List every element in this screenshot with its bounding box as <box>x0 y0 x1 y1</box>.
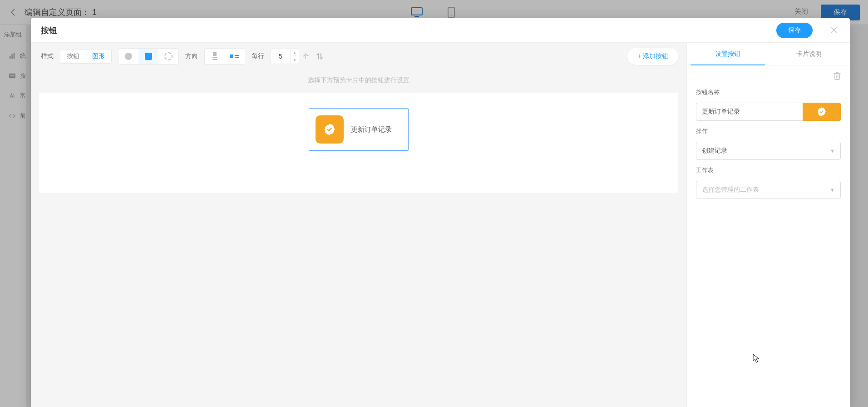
chevron-up-icon[interactable]: ▲ <box>291 49 299 56</box>
per-row-unit: 个 <box>303 52 309 60</box>
action-select-value: 创建记录 <box>702 147 727 155</box>
settings-panel: 设置按钮 卡片说明 按钮名称 <box>686 43 850 407</box>
direction-label: 方向 <box>185 52 198 60</box>
action-select[interactable]: 创建记录 ▼ <box>696 142 841 160</box>
direction-segmented <box>204 48 245 65</box>
svg-rect-13 <box>235 55 239 56</box>
preview-button-label: 更新订单记录 <box>351 125 392 134</box>
style-option-button[interactable]: 按钮 <box>60 50 86 63</box>
modal-save-button[interactable]: 保存 <box>776 23 813 38</box>
tab-settings[interactable]: 设置按钮 <box>687 43 769 65</box>
svg-rect-14 <box>235 57 239 58</box>
preview-button-card[interactable]: 更新订单记录 <box>309 108 409 151</box>
chevron-down-icon: ▼ <box>830 187 835 193</box>
field-label-action: 操作 <box>696 127 841 135</box>
circle-icon <box>125 53 132 60</box>
chevron-down-icon: ▼ <box>830 148 835 154</box>
direction-horizontal[interactable] <box>225 49 245 64</box>
settings-tabs: 设置按钮 卡片说明 <box>687 43 850 65</box>
add-button[interactable]: + 添加按钮 <box>627 48 678 65</box>
preview-area: 样式 按钮 图形 方向 <box>31 43 686 407</box>
table-select-placeholder: 选择您管理的工作表 <box>702 186 759 194</box>
per-row-input[interactable] <box>271 53 290 60</box>
button-name-input[interactable] <box>696 103 803 121</box>
shape-circle[interactable] <box>118 49 138 64</box>
preview-button-icon <box>316 115 344 144</box>
button-editor-modal: 按钮 保存 样式 按钮 图形 方向 <box>31 18 850 407</box>
dashed-circle-icon <box>164 52 173 60</box>
svg-rect-9 <box>213 52 217 56</box>
per-row-stepper[interactable]: ▲ ▼ <box>271 49 299 64</box>
sort-icon[interactable] <box>315 52 324 61</box>
seal-check-icon <box>817 107 827 117</box>
close-icon[interactable] <box>831 25 837 35</box>
preview-hint: 选择下方预览卡片中的按钮进行设置 <box>31 70 686 93</box>
delete-button[interactable] <box>833 72 841 82</box>
shape-square[interactable] <box>138 49 158 64</box>
direction-vertical[interactable] <box>205 49 225 64</box>
shape-dashed[interactable] <box>158 49 178 64</box>
tab-card-description[interactable]: 卡片说明 <box>769 43 850 65</box>
stack-horizontal-icon <box>229 53 240 60</box>
preview-canvas: 更新订单记录 <box>39 93 678 193</box>
button-icon-picker[interactable] <box>803 103 841 121</box>
table-select[interactable]: 选择您管理的工作表 ▼ <box>696 181 841 199</box>
stack-vertical-icon <box>211 52 219 61</box>
svg-rect-11 <box>212 59 217 60</box>
modal-header: 按钮 保存 <box>31 18 850 43</box>
style-option-shape[interactable]: 图形 <box>86 50 111 63</box>
shape-segmented <box>118 48 179 65</box>
style-label: 样式 <box>41 52 54 60</box>
trash-icon <box>833 72 841 80</box>
field-label-table: 工作表 <box>696 166 841 174</box>
editor-toolbar: 样式 按钮 图形 方向 <box>31 43 686 70</box>
seal-check-icon <box>323 123 336 136</box>
square-icon <box>145 53 152 60</box>
style-segmented: 按钮 图形 <box>60 49 112 64</box>
per-row-label: 每行 <box>252 52 264 60</box>
svg-rect-10 <box>212 57 217 58</box>
svg-rect-12 <box>230 55 233 58</box>
chevron-down-icon[interactable]: ▼ <box>291 56 299 64</box>
modal-title: 按钮 <box>41 25 57 36</box>
field-label-name: 按钮名称 <box>696 88 841 96</box>
